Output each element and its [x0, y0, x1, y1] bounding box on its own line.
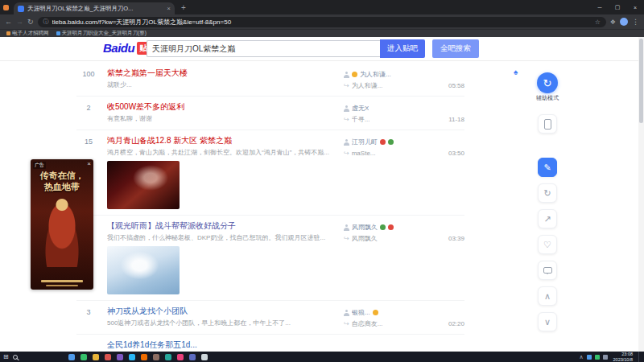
ad-artwork [38, 196, 86, 267]
reply-icon: ↪ [344, 117, 349, 123]
favorite-button[interactable]: ♡ [538, 235, 557, 254]
taskbar-app-icon[interactable] [201, 354, 208, 360]
tab-favicon-icon [18, 6, 24, 12]
medal-icon [388, 139, 394, 145]
taskbar-app-icon[interactable] [117, 354, 123, 360]
last-replier-link[interactable]: 风雨飘久 [352, 234, 378, 243]
last-replier-link[interactable]: 千寻... [352, 115, 370, 124]
bookmark-item[interactable]: 天涯明月刀职业大全_天涯明月刀(整) [56, 30, 147, 37]
browser-address-bar: ← → ↻ ⓘ tieba.baidu.com/f?kw=天涯明月刀OL紫禁之巅… [0, 14, 644, 29]
enter-tieba-button[interactable]: 进入贴吧 [380, 39, 425, 58]
thread-meta: 银狼... ↪ 自恋商友... 02:20 [344, 306, 464, 328]
author-icon [344, 139, 349, 146]
taskbar-app-icon[interactable] [80, 354, 87, 360]
windows-start-icon[interactable]: ⊞ [3, 353, 9, 360]
scrollbar-thumb[interactable] [639, 39, 643, 123]
browser-menu-icon[interactable]: ⋮ [632, 18, 639, 26]
bookmark-item[interactable]: 电子人才招聘网 [6, 30, 49, 37]
screen: 天涯明月刀OL紫禁之巅_天涯明月刀O... × + ─ ▢ × ← → ↻ ⓘ … [0, 0, 644, 362]
thread-image-thumbnail[interactable] [107, 161, 180, 209]
last-replier-link[interactable]: maSte... [352, 150, 376, 157]
maximize-button[interactable]: ▢ [609, 0, 626, 14]
author-icon [344, 105, 349, 112]
taskbar-search-icon[interactable] [13, 355, 18, 360]
thread-snippet: 我们不搞虚的，什么神秘老板、DKP奶业，找自己想玩的。我们观月区进驻... [107, 234, 332, 242]
reply-icon: ↪ [344, 236, 349, 242]
last-reply-time: 05:58 [448, 82, 464, 89]
pinned-tab-icon[interactable] [3, 5, 9, 10]
bookmark-label: 电子人才招聘网 [12, 30, 49, 37]
bookmark-favicon-icon [6, 31, 10, 35]
thread-row: 2 收500W差不多的返利 有意私聊，谢谢 虚无X ↪ 千寻... 11-18 [76, 97, 464, 130]
close-window-button[interactable]: × [626, 0, 644, 14]
taskbar-app-icon[interactable] [177, 354, 184, 360]
profile-avatar[interactable] [620, 18, 628, 26]
assist-mode-button[interactable]: ↻ 辅助模式 [536, 72, 559, 101]
thread-author-link[interactable]: 银狼... [352, 308, 370, 317]
back-to-top-button[interactable]: ∧ [538, 286, 557, 306]
search-all-button[interactable]: 全吧搜索 [432, 39, 479, 58]
minimize-button[interactable]: ─ [591, 0, 609, 14]
back-icon[interactable]: ← [5, 18, 12, 26]
forward-icon[interactable]: → [16, 18, 23, 26]
floating-toolbar: ↻ 辅助模式 ✎ ↻ ↗ ♡ ∧ [535, 72, 560, 331]
vip-badge-icon[interactable]: ♠ [514, 68, 518, 76]
share-button[interactable]: ↗ [538, 209, 557, 228]
taskbar-clock[interactable]: 23:08 2023/10/8 [613, 352, 633, 362]
last-reply-time: 03:39 [448, 235, 464, 242]
new-tab-button[interactable]: + [181, 3, 186, 12]
thread-author-link[interactable]: 为人和谦... [360, 70, 391, 79]
medal-icon [388, 224, 394, 230]
thread-image-thumbnail[interactable] [107, 246, 180, 294]
taskbar-app-icon[interactable] [189, 354, 196, 360]
last-replier-link[interactable]: 自恋商友... [352, 319, 383, 328]
browser-tab[interactable]: 天涯明月刀OL紫禁之巅_天涯明月刀O... × [14, 2, 175, 14]
taskbar-app-icon[interactable] [68, 354, 75, 360]
search-input[interactable] [147, 40, 380, 57]
site-info-icon[interactable]: ⓘ [43, 18, 49, 26]
last-reply-time: 03:50 [448, 150, 464, 157]
thread-meta: 虚无X ↪ 千寻... 11-18 [344, 102, 464, 124]
comment-bubble-icon [543, 267, 552, 274]
taskbar-app-icon[interactable] [165, 354, 171, 360]
taskbar-app-icon[interactable] [105, 354, 111, 360]
tray-app-icon[interactable] [595, 355, 600, 360]
page-scrollbar[interactable] [638, 37, 644, 352]
bookmark-star-icon[interactable]: ☆ [595, 19, 601, 26]
tray-volume-icon[interactable] [603, 355, 608, 360]
thread-author-link[interactable]: 虚无X [352, 104, 369, 113]
thread-title-link[interactable]: 收500W差不多的返利 [107, 102, 337, 112]
thread-title-link[interactable]: 紫禁之巅第一届天大楼 [107, 68, 337, 78]
thread-author-link[interactable]: 江羽儿町 [352, 138, 378, 146]
tab-close-icon[interactable]: × [167, 5, 171, 12]
feedback-button[interactable] [538, 261, 557, 280]
taskbar: ⊞ ∧ 23:08 2023/10/8 [0, 352, 644, 362]
extensions-icon[interactable]: ❖ [610, 19, 616, 26]
thread-snippet: 就联少... [107, 81, 332, 89]
thread-title-link[interactable]: 全民1d养1d任务那五1d... [107, 340, 337, 350]
thread-author-link[interactable]: 风雨飘久 [352, 223, 378, 232]
taskbar-app-icon[interactable] [129, 354, 135, 360]
url-box[interactable]: ⓘ tieba.baidu.com/f?kw=天涯明月刀OL紫禁之巅&ie=ut… [38, 17, 606, 27]
refresh-button[interactable]: ↻ [538, 183, 557, 203]
scroll-down-button[interactable]: ∨ [538, 312, 557, 331]
mobile-app-button[interactable] [538, 114, 557, 134]
url-text[interactable]: tieba.baidu.com/f?kw=天涯明月刀OL紫禁之巅&ie=utf-… [52, 18, 592, 27]
show-desktop-button[interactable] [638, 352, 641, 362]
reply-icon: ↪ [344, 321, 349, 327]
ad-banner[interactable]: 广告 × 传奇在信， 热血地带 [31, 159, 93, 290]
thread-title-link[interactable]: 【观光听雨】战斗帮帮派收好战分子 [107, 221, 337, 231]
thread-title-link[interactable]: 鸿月青山备战12.8 新大区 紫禁之巅 [107, 136, 337, 146]
ad-close-icon[interactable]: × [87, 160, 91, 167]
tray-expand-icon[interactable]: ∧ [579, 354, 583, 360]
taskbar-app-icon[interactable] [141, 354, 147, 360]
taskbar-app-icon[interactable] [153, 354, 159, 360]
reload-icon[interactable]: ↻ [27, 18, 34, 26]
logo-text: Baidu [103, 41, 134, 55]
thread-title-link[interactable]: 神刀或从龙找个小团队 [107, 306, 337, 316]
tray-network-icon[interactable] [587, 355, 592, 360]
new-post-button[interactable]: ✎ [538, 158, 557, 177]
pencil-icon: ✎ [543, 162, 551, 173]
last-replier-link[interactable]: 为人和谦... [352, 81, 383, 90]
taskbar-app-icon[interactable] [93, 354, 99, 360]
